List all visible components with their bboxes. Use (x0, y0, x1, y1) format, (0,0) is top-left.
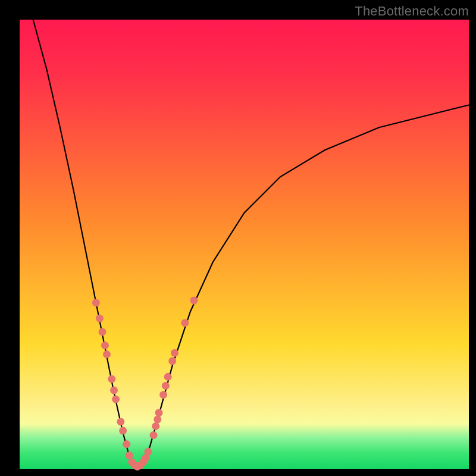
sample-point (152, 422, 159, 430)
watermark-text: TheBottleneck.com (355, 4, 469, 19)
sample-point (181, 319, 189, 327)
sample-point (103, 350, 111, 358)
sample-point (154, 415, 161, 423)
chart-stage: TheBottleneck.com (0, 0, 476, 476)
sample-point (123, 440, 130, 448)
sample-point (164, 373, 172, 381)
sample-point (119, 427, 127, 434)
sample-point (155, 409, 163, 416)
sample-point (110, 386, 118, 394)
sample-point (171, 349, 178, 357)
sample-point (126, 452, 133, 459)
sample-point (98, 328, 106, 336)
sample-point (149, 431, 157, 439)
sample-point (159, 391, 167, 399)
sample-point (144, 448, 152, 456)
sample-point (162, 382, 170, 390)
sample-point (112, 395, 120, 403)
sample-point (108, 375, 115, 383)
sample-point (101, 342, 109, 349)
plot-area (20, 20, 469, 469)
sample-point (117, 418, 124, 425)
bottleneck-curve (33, 20, 469, 469)
curve-layer (20, 20, 469, 469)
sample-point (190, 296, 198, 304)
sample-point (96, 315, 104, 322)
sample-point (168, 357, 176, 365)
sample-points-group (92, 296, 198, 470)
sample-point (92, 299, 100, 306)
